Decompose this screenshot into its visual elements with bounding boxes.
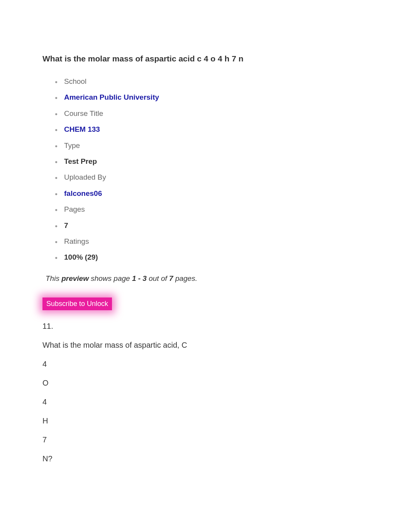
meta-ratings-value: 100% (29) [64,250,368,265]
meta-pages-label: Pages [64,202,368,217]
preview-prefix: This [46,274,61,282]
pages-value-text: 7 [64,221,68,229]
preview-text: This preview shows page 1 - 3 out of 7 p… [46,274,368,283]
question-text: What is the molar mass of aspartic acid,… [42,341,368,350]
document-container: What is the molar mass of aspartic acid … [0,0,410,489]
meta-course-label: Course Title [64,106,368,121]
formula-part-3: 4 [42,398,368,406]
meta-school-value[interactable]: American Public University [64,90,368,105]
preview-total: 7 [169,274,173,282]
school-link[interactable]: American Public University [64,93,159,101]
preview-suffix: pages. [173,274,197,282]
formula-part-4: H [42,416,368,425]
preview-mid1: shows page [89,274,132,282]
meta-pages-value: 7 [64,218,368,233]
meta-type-value: Test Prep [64,154,368,169]
ratings-label-text: Ratings [64,237,89,245]
meta-uploaded-value[interactable]: falcones06 [64,186,368,201]
meta-type-label: Type [64,138,368,153]
uploader-link[interactable]: falcones06 [64,189,102,197]
ratings-value-text: 100% (29) [64,253,98,261]
course-link[interactable]: CHEM 133 [64,125,100,133]
page-title: What is the molar mass of aspartic acid … [42,54,368,63]
meta-uploaded-label: Uploaded By [64,170,368,185]
type-label-text: Type [64,141,80,150]
course-label-text: Course Title [64,109,103,117]
preview-word: preview [61,274,89,282]
preview-range: 1 - 3 [132,274,147,282]
preview-mid2: out of [147,274,169,282]
formula-part-5: 7 [42,435,368,444]
meta-ratings-label: Ratings [64,234,368,249]
formula-part-6: N? [42,454,368,463]
question-number: 11. [42,322,368,331]
meta-course-value[interactable]: CHEM 133 [64,122,368,137]
formula-part-2: O [42,379,368,388]
pages-label-text: Pages [64,205,85,213]
uploaded-label-text: Uploaded By [64,173,106,181]
subscribe-button[interactable]: Subscribe to Unlock [42,297,112,310]
meta-list: School American Public University Course… [42,74,368,265]
meta-school-label: School [64,74,368,89]
school-label-text: School [64,77,86,85]
type-value-text: Test Prep [64,157,97,165]
formula-part-1: 4 [42,360,368,369]
